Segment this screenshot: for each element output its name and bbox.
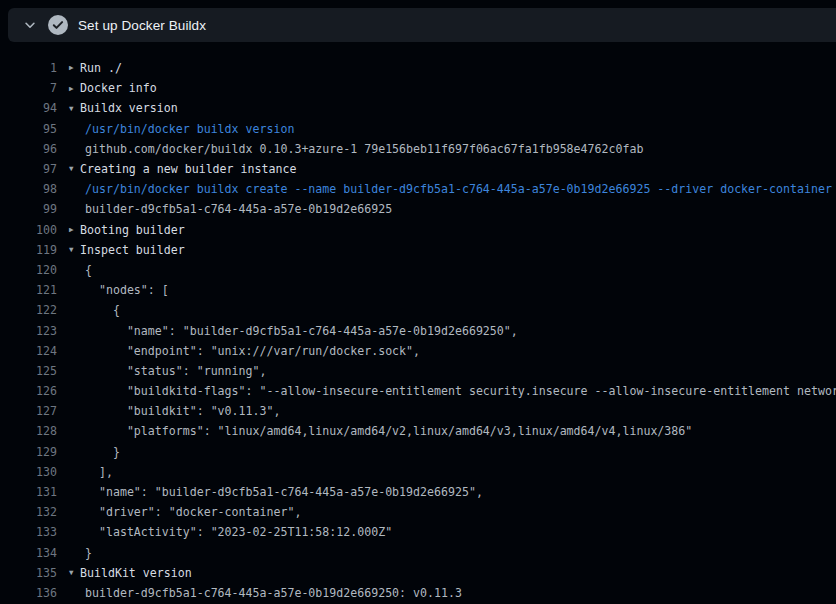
line-number[interactable]: 119: [0, 243, 57, 257]
triangle-down-icon[interactable]: ▼: [57, 105, 80, 113]
group-title[interactable]: Booting builder: [80, 223, 185, 237]
output-text: "name": "builder-d9cfb5a1-c764-445a-a57e…: [57, 324, 518, 338]
log-group-line: 7▶Docker info: [0, 78, 836, 98]
line-number[interactable]: 98: [0, 182, 57, 196]
output-text: ],: [57, 465, 113, 479]
output-text: "lastActivity": "2023-02-25T11:58:12.000…: [57, 525, 392, 539]
line-number[interactable]: 100: [0, 223, 57, 237]
line-number[interactable]: 128: [0, 424, 57, 438]
log-line: 120{: [0, 260, 836, 280]
log-line: 132 "driver": "docker-container",: [0, 502, 836, 522]
output-text: "nodes": [: [57, 283, 169, 297]
line-number[interactable]: 134: [0, 546, 57, 560]
log-line: 95/usr/bin/docker buildx version: [0, 119, 836, 139]
line-number[interactable]: 125: [0, 364, 57, 378]
log-line: 136builder-d9cfb5a1-c764-445a-a57e-0b19d…: [0, 583, 836, 603]
line-number[interactable]: 127: [0, 404, 57, 418]
log-group-line: 119▼Inspect builder: [0, 240, 836, 260]
line-number[interactable]: 121: [0, 283, 57, 297]
line-number[interactable]: 132: [0, 505, 57, 519]
triangle-down-icon[interactable]: ▼: [57, 569, 80, 577]
line-number[interactable]: 97: [0, 162, 57, 176]
group-title[interactable]: Run ./: [80, 61, 122, 75]
log-line: 133 "lastActivity": "2023-02-25T11:58:12…: [0, 522, 836, 542]
line-number[interactable]: 136: [0, 586, 57, 600]
log-group-line: 94▼Buildx version: [0, 98, 836, 118]
output-text: {: [57, 263, 92, 277]
output-text: builder-d9cfb5a1-c764-445a-a57e-0b19d2e6…: [57, 586, 462, 600]
group-title[interactable]: Docker info: [80, 81, 157, 95]
output-text: "name": "builder-d9cfb5a1-c764-445a-a57e…: [57, 485, 483, 499]
log-lines: 1▶Run ./7▶Docker info94▼Buildx version95…: [0, 42, 836, 603]
line-number[interactable]: 1: [0, 61, 57, 75]
triangle-down-icon[interactable]: ▼: [57, 165, 80, 173]
command-text: /usr/bin/docker buildx version: [57, 122, 294, 136]
step-title: Set up Docker Buildx: [78, 18, 206, 33]
output-text: builder-d9cfb5a1-c764-445a-a57e-0b19d2e6…: [57, 202, 392, 216]
line-number[interactable]: 131: [0, 485, 57, 499]
line-number[interactable]: 94: [0, 101, 57, 115]
log-line: 96github.com/docker/buildx 0.10.3+azure-…: [0, 139, 836, 159]
group-title[interactable]: BuildKit version: [80, 566, 192, 580]
triangle-right-icon[interactable]: ▶: [57, 226, 80, 234]
log-line: 122 {: [0, 300, 836, 320]
log-line: 98/usr/bin/docker buildx create --name b…: [0, 179, 836, 199]
output-text: github.com/docker/buildx 0.10.3+azure-1 …: [57, 142, 643, 156]
log-line: 127 "buildkit": "v0.11.3",: [0, 401, 836, 421]
log-line: 130 ],: [0, 462, 836, 482]
line-number[interactable]: 130: [0, 465, 57, 479]
command-text: /usr/bin/docker buildx create --name bui…: [57, 182, 832, 196]
line-number[interactable]: 123: [0, 324, 57, 338]
log-line: 121 "nodes": [: [0, 280, 836, 300]
line-number[interactable]: 7: [0, 81, 57, 95]
group-title[interactable]: Buildx version: [80, 101, 178, 115]
line-number[interactable]: 126: [0, 384, 57, 398]
log-group-line: 100▶Booting builder: [0, 220, 836, 240]
log-line: 99builder-d9cfb5a1-c764-445a-a57e-0b19d2…: [0, 199, 836, 219]
log-line: 124 "endpoint": "unix:///var/run/docker.…: [0, 341, 836, 361]
group-title[interactable]: Creating a new builder instance: [80, 162, 296, 176]
log-line: 125 "status": "running",: [0, 361, 836, 381]
line-number[interactable]: 122: [0, 303, 57, 317]
line-number[interactable]: 135: [0, 566, 57, 580]
log-line: 131 "name": "builder-d9cfb5a1-c764-445a-…: [0, 482, 836, 502]
log-group-line: 1▶Run ./: [0, 58, 836, 78]
log-line: 128 "platforms": "linux/amd64,linux/amd6…: [0, 421, 836, 441]
triangle-right-icon[interactable]: ▶: [57, 64, 80, 72]
step-header[interactable]: Set up Docker Buildx: [8, 8, 836, 42]
line-number[interactable]: 95: [0, 122, 57, 136]
output-text: "status": "running",: [57, 364, 266, 378]
log-group-line: 135▼BuildKit version: [0, 563, 836, 583]
triangle-down-icon[interactable]: ▼: [57, 246, 80, 254]
line-number[interactable]: 99: [0, 202, 57, 216]
triangle-right-icon[interactable]: ▶: [57, 85, 80, 93]
line-number[interactable]: 129: [0, 445, 57, 459]
output-text: "driver": "docker-container",: [57, 505, 301, 519]
output-text: "endpoint": "unix:///var/run/docker.sock…: [57, 344, 420, 358]
chevron-down-icon[interactable]: [22, 17, 38, 33]
check-circle-icon: [48, 15, 68, 35]
output-text: "buildkit": "v0.11.3",: [57, 404, 280, 418]
log-group-line: 97▼Creating a new builder instance: [0, 159, 836, 179]
line-number[interactable]: 96: [0, 142, 57, 156]
output-text: }: [57, 546, 92, 560]
output-text: }: [57, 445, 120, 459]
log-line: 126 "buildkitd-flags": "--allow-insecure…: [0, 381, 836, 401]
line-number[interactable]: 133: [0, 525, 57, 539]
line-number[interactable]: 124: [0, 344, 57, 358]
output-text: "buildkitd-flags": "--allow-insecure-ent…: [57, 384, 836, 398]
line-number[interactable]: 120: [0, 263, 57, 277]
log-line: 129 }: [0, 442, 836, 462]
output-text: {: [57, 303, 120, 317]
output-text: "platforms": "linux/amd64,linux/amd64/v2…: [57, 424, 692, 438]
log-line: 134}: [0, 543, 836, 563]
log-line: 123 "name": "builder-d9cfb5a1-c764-445a-…: [0, 320, 836, 340]
group-title[interactable]: Inspect builder: [80, 243, 185, 257]
